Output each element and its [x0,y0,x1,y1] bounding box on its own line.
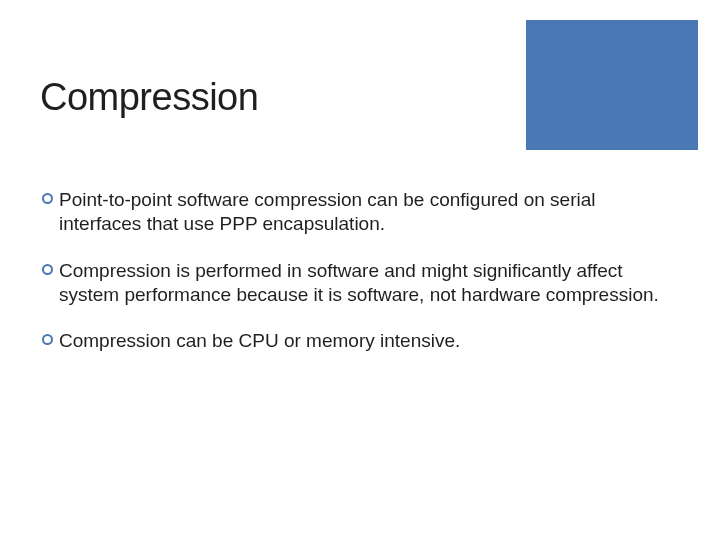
list-item: Point-to-point software compression can … [42,188,678,237]
bullet-icon [42,193,53,204]
list-item: Compression is performed in software and… [42,259,678,308]
bullet-icon [42,264,53,275]
slide-body: Point-to-point software compression can … [42,188,678,376]
bullet-text: Compression is performed in software and… [59,259,678,308]
list-item: Compression can be CPU or memory intensi… [42,329,678,353]
bullet-text: Point-to-point software compression can … [59,188,678,237]
slide-title: Compression [40,76,258,119]
bullet-text: Compression can be CPU or memory intensi… [59,329,678,353]
slide: Compression Point-to-point software comp… [0,0,720,540]
bullet-icon [42,334,53,345]
accent-corner-block [526,20,698,150]
